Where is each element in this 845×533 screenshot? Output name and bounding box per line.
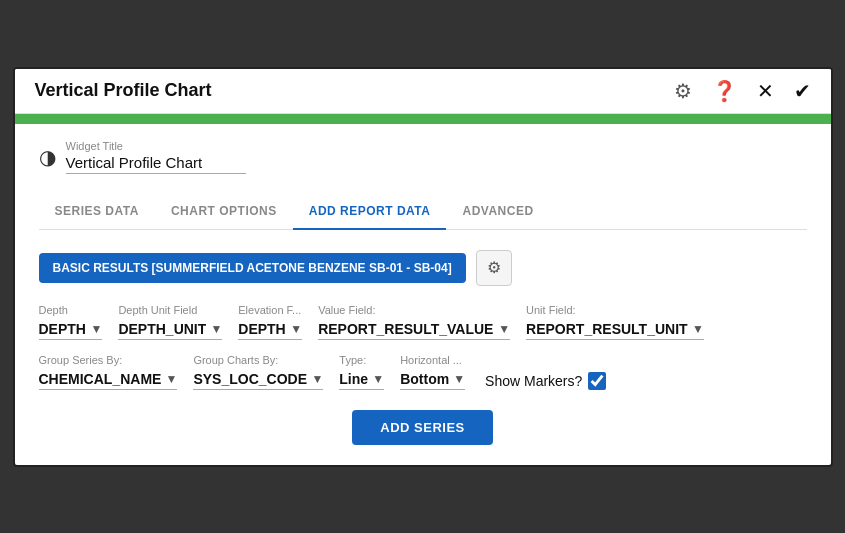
titlebar: Vertical Profile Chart ⚙ ❓ ✕ ✔: [15, 69, 831, 114]
type-field-group: Type: Line ▼: [339, 354, 384, 390]
group-charts-select[interactable]: SYS_LOC_CODE: [193, 371, 323, 387]
group-series-field-group: Group Series By: CHEMICAL_NAME ▼: [39, 354, 178, 390]
depth-field-group: Depth DEPTH ▼: [39, 304, 103, 340]
value-field-label: Value Field:: [318, 304, 510, 316]
depth-unit-field-group: Depth Unit Field DEPTH_UNIT ▼: [118, 304, 222, 340]
window-title: Vertical Profile Chart: [35, 80, 212, 101]
elevation-select[interactable]: DEPTH: [238, 321, 302, 337]
horizontal-select-wrapper: Bottom ▼: [400, 371, 465, 390]
value-select[interactable]: REPORT_RESULT_VALUE: [318, 321, 510, 337]
confirm-icon[interactable]: ✔: [794, 79, 811, 103]
group-charts-field-group: Group Charts By: SYS_LOC_CODE ▼: [193, 354, 323, 390]
help-icon[interactable]: ❓: [712, 79, 737, 103]
depth-unit-select[interactable]: DEPTH_UNIT: [118, 321, 222, 337]
titlebar-icons: ⚙ ❓ ✕ ✔: [674, 79, 811, 103]
tab-advanced[interactable]: ADVANCED: [446, 194, 549, 230]
type-select-wrapper: Line ▼: [339, 371, 384, 390]
depth-unit-label: Depth Unit Field: [118, 304, 222, 316]
tab-add-report-data[interactable]: ADD REPORT DATA: [293, 194, 447, 230]
close-icon[interactable]: ✕: [757, 79, 774, 103]
show-markers-label: Show Markers?: [485, 373, 582, 389]
group-series-label: Group Series By:: [39, 354, 178, 366]
data-source-row: BASIC RESULTS [SUMMERFIELD ACETONE BENZE…: [39, 250, 807, 286]
horizontal-select[interactable]: Bottom: [400, 371, 465, 387]
tab-series-data[interactable]: SERIES DATA: [39, 194, 155, 230]
type-label: Type:: [339, 354, 384, 366]
unit-select[interactable]: REPORT_RESULT_UNIT: [526, 321, 704, 337]
fields-row-2: Group Series By: CHEMICAL_NAME ▼ Group C…: [39, 354, 807, 390]
show-markers-checkbox[interactable]: [588, 372, 606, 390]
widget-title-field: Widget Title Vertical Profile Chart: [66, 140, 246, 174]
unit-field-label: Unit Field:: [526, 304, 704, 316]
unit-select-wrapper: REPORT_RESULT_UNIT ▼: [526, 321, 704, 340]
widget-title-value: Vertical Profile Chart: [66, 154, 246, 174]
widget-title-section: ◑ Widget Title Vertical Profile Chart: [39, 140, 807, 174]
value-field-group: Value Field: REPORT_RESULT_VALUE ▼: [318, 304, 510, 340]
group-series-select-wrapper: CHEMICAL_NAME ▼: [39, 371, 178, 390]
data-source-badge[interactable]: BASIC RESULTS [SUMMERFIELD ACETONE BENZE…: [39, 253, 466, 283]
green-accent-bar: [15, 114, 831, 124]
content-area: ◑ Widget Title Vertical Profile Chart SE…: [15, 124, 831, 465]
add-series-button[interactable]: ADD SERIES: [352, 410, 492, 445]
type-select[interactable]: Line: [339, 371, 384, 387]
main-window: Vertical Profile Chart ⚙ ❓ ✕ ✔ ◑ Widget …: [13, 67, 833, 467]
horizontal-field-group: Horizontal ... Bottom ▼: [400, 354, 465, 390]
tabs-bar: SERIES DATA CHART OPTIONS ADD REPORT DAT…: [39, 194, 807, 230]
elevation-field-group: Elevation F... DEPTH ▼: [238, 304, 302, 340]
elevation-select-wrapper: DEPTH ▼: [238, 321, 302, 340]
depth-unit-select-wrapper: DEPTH_UNIT ▼: [118, 321, 222, 340]
depth-label: Depth: [39, 304, 103, 316]
horizontal-label: Horizontal ...: [400, 354, 465, 366]
elevation-label: Elevation F...: [238, 304, 302, 316]
depth-select-wrapper: DEPTH ▼: [39, 321, 103, 340]
group-series-select[interactable]: CHEMICAL_NAME: [39, 371, 178, 387]
data-source-gear-button[interactable]: ⚙: [476, 250, 512, 286]
show-markers-group: Show Markers?: [485, 372, 606, 390]
tab-chart-options[interactable]: CHART OPTIONS: [155, 194, 293, 230]
fields-row-1: Depth DEPTH ▼ Depth Unit Field DEPTH_UNI…: [39, 304, 807, 340]
value-select-wrapper: REPORT_RESULT_VALUE ▼: [318, 321, 510, 340]
unit-field-group: Unit Field: REPORT_RESULT_UNIT ▼: [526, 304, 704, 340]
group-charts-select-wrapper: SYS_LOC_CODE ▼: [193, 371, 323, 390]
widget-title-label: Widget Title: [66, 140, 246, 152]
group-charts-label: Group Charts By:: [193, 354, 323, 366]
contrast-icon: ◑: [39, 145, 56, 169]
settings-icon[interactable]: ⚙: [674, 79, 692, 103]
depth-select[interactable]: DEPTH: [39, 321, 103, 337]
